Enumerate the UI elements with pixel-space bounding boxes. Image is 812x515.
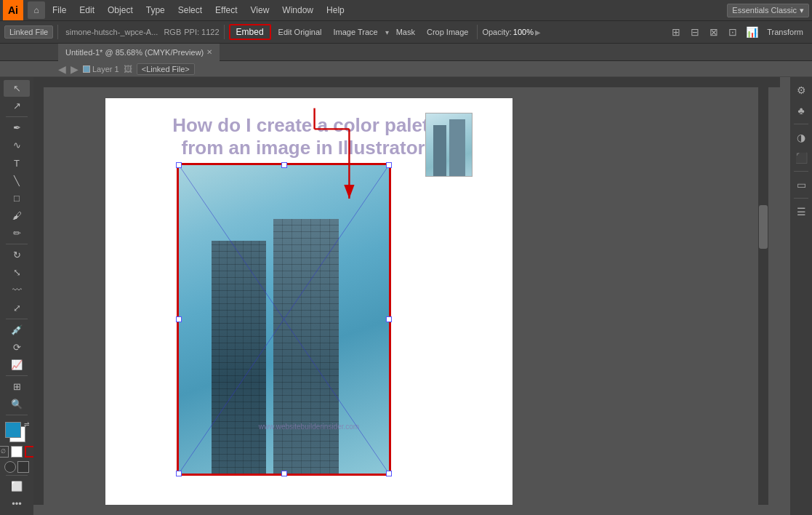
- handle-bottom-right[interactable]: [386, 471, 392, 476]
- tools-panel: ↖ ↗ ✒ ∿ T ╲ □ 🖌 ✏ ↻ ⤡ 〰 ⤢ 💉 ⟳ 📈 ⊞ 🔍 ⇌ ∅: [0, 77, 33, 515]
- more-tools-button[interactable]: •••: [4, 495, 30, 512]
- image-trace-button[interactable]: Image Trace: [329, 26, 382, 38]
- stroke-panel-button[interactable]: ▭: [792, 176, 810, 193]
- align-left-icon[interactable]: ⊞: [668, 24, 684, 40]
- blend-tool[interactable]: ⟳: [4, 339, 30, 356]
- separator: [57, 25, 58, 39]
- artboard-display-tool[interactable]: ⬜: [4, 478, 30, 495]
- nav-forward-button[interactable]: ▶: [71, 63, 79, 75]
- right-panel: ⚙ ♣ ◑ ⬛ ▭ ☰: [790, 77, 812, 515]
- layers-panel-button[interactable]: ☰: [792, 203, 810, 220]
- workspace-selector[interactable]: Essentials Classic ▾: [727, 4, 809, 17]
- mode-screen-icon[interactable]: [17, 461, 29, 473]
- zoom-tool[interactable]: 🔍: [4, 396, 30, 412]
- artboard[interactable]: How do I create a color palette from an …: [105, 98, 512, 505]
- swatches-panel-button[interactable]: ⬛: [792, 149, 810, 167]
- none-fill-icon[interactable]: ∅: [0, 446, 9, 458]
- thumb-building-right: [449, 119, 465, 176]
- opacity-expand-icon[interactable]: ▶: [535, 28, 541, 36]
- mask-button[interactable]: Mask: [392, 26, 419, 38]
- home-button[interactable]: ⌂: [28, 1, 45, 19]
- handle-top-center[interactable]: [281, 162, 287, 168]
- menu-view[interactable]: View: [245, 4, 276, 17]
- separator2: [224, 25, 225, 39]
- canvas-inner: How do I create a color palette from an …: [44, 87, 780, 505]
- handle-top-right[interactable]: [386, 162, 392, 168]
- image-icon: 🖼: [124, 64, 132, 74]
- chart-icon[interactable]: 📊: [744, 24, 760, 40]
- menu-type[interactable]: Type: [140, 4, 171, 17]
- ppi-label: PPI: 1122: [184, 28, 219, 36]
- align-right-icon[interactable]: ⊠: [706, 24, 722, 40]
- main-area: ↖ ↗ ✒ ∿ T ╲ □ 🖌 ✏ ↻ ⤡ 〰 ⤢ 💉 ⟳ 📈 ⊞ 🔍 ⇌ ∅: [0, 77, 812, 515]
- menu-effect[interactable]: Effect: [209, 4, 243, 17]
- properties-toolbar: Linked File simone-hutsch-_wpce-A... RGB…: [0, 20, 812, 44]
- linked-file-button[interactable]: Linked File: [4, 25, 53, 39]
- eyedropper-tool[interactable]: 💉: [4, 322, 30, 338]
- crop-image-button[interactable]: Crop Image: [422, 26, 473, 38]
- handle-bottom-left[interactable]: [176, 471, 182, 476]
- mode-normal-icon[interactable]: [4, 461, 16, 473]
- libraries-button[interactable]: ♣: [792, 102, 810, 119]
- handle-middle-right[interactable]: [386, 316, 392, 322]
- tool-separator3: [6, 319, 28, 319]
- tool-separator2: [6, 244, 28, 244]
- menubar: Ai ⌂ File Edit Object Type Select Effect…: [0, 0, 812, 20]
- pencil-tool[interactable]: ✏: [4, 225, 30, 241]
- canvas-heading: How do I create a color palette from an …: [164, 114, 454, 159]
- edit-original-button[interactable]: Edit Original: [274, 26, 326, 38]
- thumb-building-left: [433, 125, 446, 176]
- color-panel-button[interactable]: ◑: [792, 129, 810, 146]
- linked-file-breadcrumb[interactable]: <Linked File>: [137, 63, 195, 75]
- pen-tool[interactable]: ✒: [4, 119, 30, 136]
- color-mode-label: RGB: [164, 28, 181, 36]
- selection-tool[interactable]: ↖: [4, 80, 30, 97]
- rect-tool[interactable]: □: [4, 190, 30, 207]
- direct-selection-tool[interactable]: ↗: [4, 97, 30, 114]
- scrollbar-thumb[interactable]: [759, 205, 768, 249]
- menu-object[interactable]: Object: [102, 4, 139, 17]
- swap-colors-icon[interactable]: ⇌: [24, 420, 30, 428]
- chevron-down-icon: ▾: [800, 6, 804, 15]
- image-trace-chevron-icon[interactable]: ▾: [385, 28, 389, 36]
- menu-edit[interactable]: Edit: [73, 4, 100, 17]
- foreground-color-swatch[interactable]: [5, 422, 21, 438]
- handle-top-left[interactable]: [176, 162, 182, 168]
- document-tab[interactable]: Untitled-1* @ 85.68% (CMYK/Preview) ✕: [58, 44, 220, 61]
- menu-window[interactable]: Window: [276, 4, 319, 17]
- image-thumbnail: [425, 113, 473, 177]
- type-tool[interactable]: T: [4, 154, 30, 171]
- tool-separator6: [6, 475, 28, 476]
- layer-bar: ◀ ▶ Layer 1 🖼 <Linked File>: [0, 61, 812, 77]
- embed-button[interactable]: Embed: [229, 24, 271, 40]
- nav-back-button[interactable]: ◀: [58, 63, 66, 75]
- tool-separator5: [6, 415, 28, 415]
- scale-tool[interactable]: ⤡: [4, 264, 30, 281]
- layer-color-dot: [83, 65, 90, 73]
- handle-bottom-center[interactable]: [281, 471, 287, 476]
- handle-middle-left[interactable]: [176, 316, 182, 322]
- distribute-icon[interactable]: ⊡: [725, 24, 741, 40]
- vertical-scrollbar[interactable]: [758, 77, 768, 505]
- fill-indicator[interactable]: [11, 446, 23, 458]
- selection-border: [177, 163, 391, 476]
- menu-select[interactable]: Select: [172, 4, 208, 17]
- free-transform-tool[interactable]: ⤢: [4, 300, 30, 316]
- properties-panel-button[interactable]: ⚙: [792, 81, 810, 99]
- menu-help[interactable]: Help: [321, 4, 350, 17]
- artboard-tool[interactable]: ⊞: [4, 378, 30, 395]
- panel-separator3: [794, 198, 808, 199]
- paintbrush-tool[interactable]: 🖌: [4, 207, 30, 224]
- stroke-indicator[interactable]: [25, 446, 33, 458]
- align-center-icon[interactable]: ⊟: [687, 24, 703, 40]
- bar-graph-tool[interactable]: 📈: [4, 356, 30, 373]
- tab-close-button[interactable]: ✕: [206, 48, 212, 56]
- line-tool[interactable]: ╲: [4, 172, 30, 189]
- layer-name-label: Layer 1: [92, 65, 119, 73]
- ruler-vertical: [33, 87, 44, 505]
- transform-label: Transform: [763, 26, 808, 38]
- rotate-tool[interactable]: ↻: [4, 247, 30, 263]
- menu-file[interactable]: File: [47, 4, 72, 17]
- warp-tool[interactable]: 〰: [4, 282, 30, 298]
- curvature-tool[interactable]: ∿: [4, 137, 30, 153]
